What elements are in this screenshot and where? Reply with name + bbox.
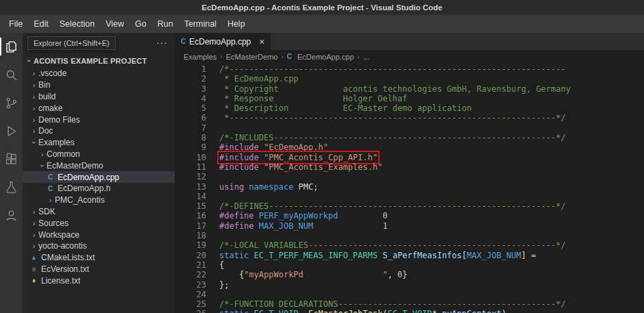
chevron-down-icon: › — [30, 138, 38, 147]
code-line[interactable]: 11#include "PMC_Acontis_Examples.h" — [175, 162, 644, 172]
menu-view[interactable]: View — [100, 17, 129, 31]
chevron-right-icon: › — [29, 242, 38, 250]
code-line[interactable]: 21{ — [175, 260, 644, 270]
menu-terminal[interactable]: Terminal — [179, 17, 222, 31]
code-line[interactable]: 4 * Response Holger Oelhaf — [175, 94, 644, 103]
breadcrumb-separator-icon: › — [220, 53, 222, 60]
testing-icon[interactable] — [0, 177, 23, 197]
tab-bar: C EcDemoApp.cpp × — [175, 33, 644, 50]
extensions-icon[interactable] — [0, 149, 23, 168]
line-content: static EC_T_PERF_MEAS_INFO_PARMS S_aPerf… — [219, 251, 536, 260]
line-number: 14 — [175, 192, 206, 201]
menu-edit[interactable]: Edit — [28, 17, 54, 31]
code-line[interactable]: 5 * Description EC-Master demo applicati… — [175, 103, 644, 113]
breadcrumb-label: EcMasterDemo — [226, 53, 278, 61]
code-line[interactable]: 26static EC_T_VOID EcMasterJobTask(EC_T_… — [175, 309, 644, 313]
code-line[interactable]: 12 — [175, 172, 644, 181]
code-line[interactable]: 24 — [175, 290, 644, 299]
breadcrumb-label: Examples — [184, 53, 216, 61]
tree-item-sources[interactable]: ›Sources — [23, 217, 175, 229]
code-line[interactable]: 19/*-LOCAL VARIABLES--------------------… — [175, 240, 644, 250]
code-line[interactable]: 8/*-INCLUDES----------------------------… — [175, 133, 644, 142]
tree-item-bin[interactable]: ›Bin — [23, 79, 175, 91]
tree-item-sdk[interactable]: ›SDK — [23, 206, 175, 218]
file-tree: ›.vscode›Bin›build›cmake›Demo Files›Doc›… — [23, 68, 175, 286]
tree-item-demo-files[interactable]: ›Demo Files — [23, 114, 175, 125]
tree-item-build[interactable]: ›build — [23, 91, 175, 103]
chevron-right-icon: › — [29, 219, 38, 227]
tree-item--vscode[interactable]: ›.vscode — [23, 68, 175, 79]
code-editor[interactable]: 1/*-------------------------------------… — [175, 63, 644, 313]
code-line[interactable]: 7 — [175, 123, 644, 133]
menu-selection[interactable]: Selection — [54, 17, 100, 31]
cpp-file-icon: C — [46, 173, 55, 181]
code-line[interactable]: 17#define MAX_JOB_NUM 1 — [175, 221, 644, 231]
menu-go[interactable]: Go — [129, 17, 152, 31]
accounts-icon[interactable] — [0, 205, 23, 225]
tree-item-ecmasterdemo[interactable]: ›EcMasterDemo — [23, 160, 175, 171]
code-line[interactable]: 20static EC_T_PERF_MEAS_INFO_PARMS S_aPe… — [175, 251, 644, 260]
code-line[interactable]: 10#include "PMC_Acontis_Cpp_API.h" — [175, 153, 644, 162]
breadcrumb-item[interactable]: ... — [363, 53, 369, 61]
tree-item-ecversion-txt[interactable]: ≡EcVersion.txt — [23, 264, 175, 275]
tree-item-workspace[interactable]: ›Workspace — [23, 229, 175, 240]
menu-help[interactable]: Help — [222, 17, 251, 31]
views-and-more-actions-icon[interactable]: ··· — [156, 37, 168, 48]
line-content: static EC_T_VOID EcMasterJobTask(EC_T_VO… — [219, 309, 506, 313]
chevron-right-icon: › — [29, 116, 38, 124]
tree-item-ecdemoapp-h[interactable]: CEcDemoApp.h — [23, 183, 175, 195]
breadcrumb-item[interactable]: EcMasterDemo — [226, 53, 278, 61]
close-icon[interactable]: × — [259, 36, 264, 47]
tree-item-doc[interactable]: ›Doc — [23, 125, 175, 137]
chevron-right-icon: › — [29, 81, 38, 89]
code-line[interactable]: 25/*-FUNCTION DECLARATIONS--------------… — [175, 299, 644, 309]
project-section-title: ACONTIS EXAMPLE PROJECT — [34, 57, 147, 65]
menu-run[interactable]: Run — [152, 17, 179, 31]
code-line[interactable]: 22 {"myAppWorkPd ", 0} — [175, 270, 644, 279]
line-content: /*-FUNCTION DECLARATIONS----------------… — [219, 299, 566, 309]
code-line[interactable]: 13using namespace PMC; — [175, 182, 644, 192]
code-line[interactable]: 18 — [175, 231, 644, 240]
menu-bar: FileEditSelectionViewGoRunTerminalHelp — [0, 15, 644, 33]
breadcrumb-item[interactable]: CEcDemoApp.cpp — [287, 53, 354, 61]
line-number: 21 — [175, 260, 206, 270]
code-line[interactable]: 15/*-DEFINES----------------------------… — [175, 201, 644, 211]
source-control-icon[interactable] — [0, 93, 23, 112]
activity-bar — [0, 33, 23, 313]
line-content: #define PERF_myAppWorkpd 0 — [219, 211, 388, 221]
tree-item-yocto-acontis[interactable]: ›yocto-acontis — [23, 240, 175, 252]
main-area: Explorer (Ctrl+Shift+E) ··· › ACONTIS EX… — [0, 33, 644, 313]
breadcrumb-item[interactable]: Examples — [184, 53, 216, 61]
line-number: 11 — [175, 162, 206, 172]
code-line[interactable]: 16#define PERF_myAppWorkpd 0 — [175, 211, 644, 221]
menu-file[interactable]: File — [3, 17, 28, 31]
code-line[interactable]: 9#include "EcDemoApp.h" — [175, 142, 644, 152]
code-line[interactable]: 14 — [175, 192, 644, 201]
code-line[interactable]: 23}; — [175, 280, 644, 290]
code-line[interactable]: 3 * Copyright acontis technologies GmbH,… — [175, 84, 644, 94]
search-icon[interactable] — [0, 65, 23, 84]
line-number: 22 — [175, 270, 206, 279]
tree-item-pmc-acontis[interactable]: ›PMC_Acontis — [23, 195, 175, 206]
tree-item-license-txt[interactable]: ♦License.txt — [23, 275, 175, 286]
line-content: { — [219, 260, 224, 270]
code-line[interactable]: 1/*-------------------------------------… — [175, 64, 644, 74]
code-line[interactable]: 2 * EcDemoApp.cpp — [175, 74, 644, 84]
tab-ecdemoapp-cpp[interactable]: C EcDemoApp.cpp × — [175, 33, 271, 50]
tree-item-cmakelists-txt[interactable]: ▲CMakeLists.txt — [23, 252, 175, 264]
tree-item-examples[interactable]: ›Examples — [23, 137, 175, 149]
chevron-right-icon: › — [29, 231, 38, 239]
line-content: /*-LOCAL VARIABLES----------------------… — [219, 240, 566, 250]
tree-item-common[interactable]: ›Common — [23, 149, 175, 160]
line-content: }; — [219, 280, 229, 290]
tree-item-label: Workspace — [38, 230, 79, 240]
tree-item-cmake[interactable]: ›cmake — [23, 102, 175, 114]
run-debug-icon[interactable] — [0, 121, 23, 140]
tree-item-label: PMC_Acontis — [55, 195, 105, 205]
project-section-header[interactable]: › ACONTIS EXAMPLE PROJECT — [23, 54, 175, 68]
chevron-right-icon: › — [29, 92, 38, 101]
cmake-file-icon: ▲ — [29, 254, 38, 261]
tree-item-ecdemoapp-cpp[interactable]: CEcDemoApp.cpp — [23, 171, 175, 183]
code-line[interactable]: 6 *-------------------------------------… — [175, 113, 644, 123]
files-icon[interactable] — [0, 37, 23, 56]
